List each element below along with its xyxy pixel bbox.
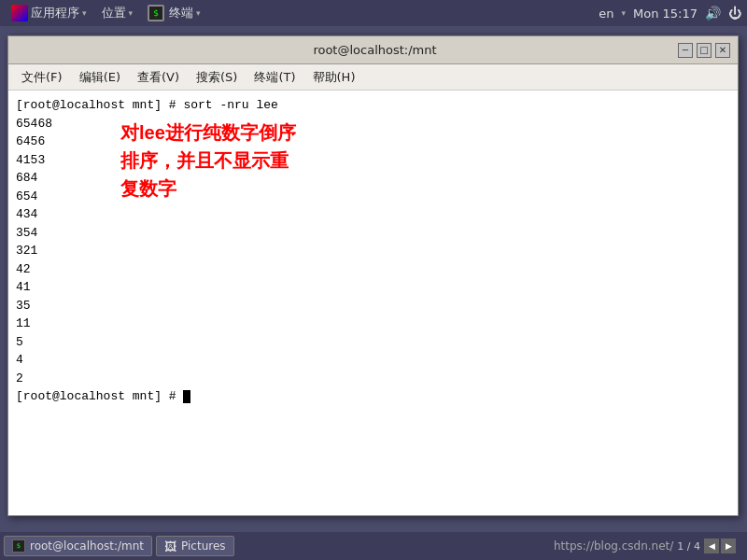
system-bar: 应用程序 ▾ 位置 ▾ $ 终端 ▾ en ▾ Mon 15:17 🔊 ⏻ xyxy=(0,0,747,26)
command-line: [root@localhost mnt] # sort -nru lee xyxy=(16,96,730,115)
menu-help[interactable]: 帮助(H) xyxy=(305,66,363,89)
taskbar-terminal[interactable]: $ root@localhost:/mnt xyxy=(4,536,152,556)
taskbar-pictures-label: Pictures xyxy=(181,539,226,553)
terminal-chevron: ▾ xyxy=(196,8,201,18)
annotation-overlay: 对lee进行纯数字倒序 排序，并且不显示重 复数字 xyxy=(120,119,296,203)
prompt-text: [root@localhost mnt] # xyxy=(16,389,183,403)
apps-menu[interactable]: 应用程序 ▾ xyxy=(6,3,92,23)
output-41: 41 xyxy=(16,278,730,297)
menu-edit[interactable]: 编辑(E) xyxy=(72,66,128,89)
output-4: 4 xyxy=(16,351,730,370)
places-menu[interactable]: 位置 ▾ xyxy=(96,3,139,23)
output-434: 434 xyxy=(16,205,730,224)
taskbar-next[interactable]: ▶ xyxy=(721,539,736,553)
terminal-menu[interactable]: $ 终端 ▾ xyxy=(142,3,206,23)
annotation-line1: 对lee进行纯数字倒序 xyxy=(120,119,296,147)
output-5: 5 xyxy=(16,333,730,352)
menu-file[interactable]: 文件(F) xyxy=(14,66,70,89)
prompt-line: [root@localhost mnt] # xyxy=(16,387,730,406)
taskbar: $ root@localhost:/mnt 🖼 Pictures https:/… xyxy=(0,532,747,560)
output-2: 2 xyxy=(16,370,730,388)
taskbar-terminal-label: root@localhost:/mnt xyxy=(30,539,144,553)
taskbar-nav: ◀ ▶ xyxy=(704,539,736,553)
taskbar-pictures[interactable]: 🖼 Pictures xyxy=(156,536,234,556)
output-11: 11 xyxy=(16,315,730,333)
taskbar-terminal-icon: $ xyxy=(12,539,25,553)
terminal-content[interactable]: [root@localhost mnt] # sort -nru lee 654… xyxy=(8,91,738,515)
sys-bar-right: en ▾ Mon 15:17 🔊 ⏻ xyxy=(599,6,741,21)
volume-icon[interactable]: 🔊 xyxy=(705,6,721,21)
apps-chevron: ▾ xyxy=(82,8,87,18)
close-button[interactable]: ✕ xyxy=(715,43,730,58)
taskbar-pages: 1 / 4 xyxy=(673,540,704,553)
output-35: 35 xyxy=(16,297,730,315)
menu-bar: 文件(F) 编辑(E) 查看(V) 搜索(S) 终端(T) 帮助(H) xyxy=(8,64,738,91)
annotation-line2: 排序，并且不显示重 xyxy=(120,147,296,175)
window-title: root@localhost:/mnt xyxy=(72,43,678,57)
menu-view[interactable]: 查看(V) xyxy=(130,66,187,89)
taskbar-url: https://blog.csdn.net/ xyxy=(554,539,673,553)
places-chevron: ▾ xyxy=(129,8,134,18)
sys-bar-left: 应用程序 ▾ 位置 ▾ $ 终端 ▾ xyxy=(6,3,599,23)
title-bar: root@localhost:/mnt − □ ✕ xyxy=(8,36,738,64)
annotation-line3: 复数字 xyxy=(120,175,296,203)
restore-button[interactable]: □ xyxy=(697,43,712,58)
terminal-window: root@localhost:/mnt − □ ✕ 文件(F) 编辑(E) 查看… xyxy=(7,35,739,516)
output-321: 321 xyxy=(16,242,730,260)
clock: Mon 15:17 xyxy=(633,7,698,21)
terminal-label: 终端 xyxy=(169,5,193,21)
power-icon[interactable]: ⏻ xyxy=(728,6,741,21)
places-label: 位置 xyxy=(102,5,126,21)
cursor xyxy=(183,390,190,403)
taskbar-prev[interactable]: ◀ xyxy=(704,539,719,553)
apps-label: 应用程序 xyxy=(31,5,79,21)
lang-chevron: ▾ xyxy=(621,8,626,18)
menu-search[interactable]: 搜索(S) xyxy=(189,66,245,89)
terminal-icon: $ xyxy=(148,5,164,21)
minimize-button[interactable]: − xyxy=(678,43,693,58)
language-indicator[interactable]: en xyxy=(599,7,613,21)
taskbar-pictures-icon: 🖼 xyxy=(164,539,176,553)
output-354: 354 xyxy=(16,224,730,243)
window-controls: − □ ✕ xyxy=(678,43,730,58)
taskbar-url-area: https://blog.csdn.net/ 1 / 4 ◀ ▶ xyxy=(238,539,743,553)
menu-terminal[interactable]: 终端(T) xyxy=(247,66,303,89)
output-42: 42 xyxy=(16,260,730,279)
